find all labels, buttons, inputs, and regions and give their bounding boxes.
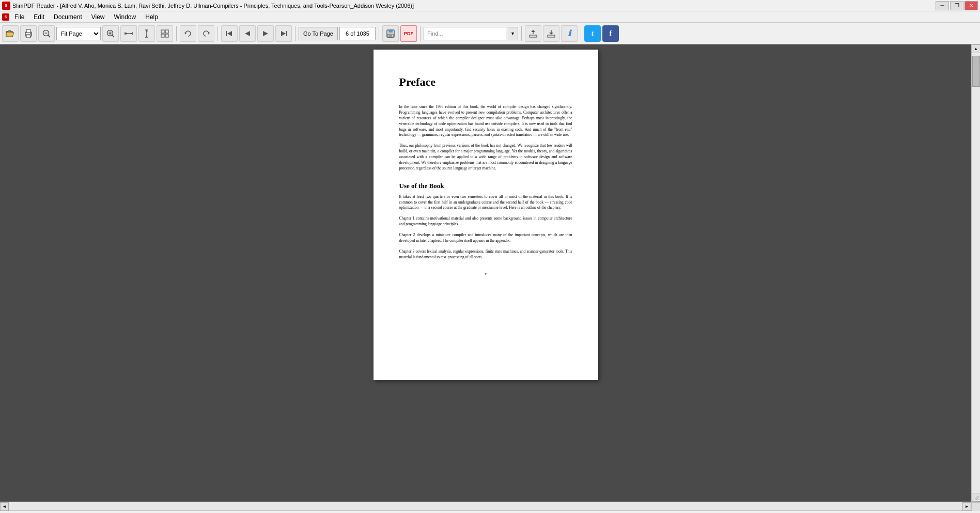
- rotate-left-icon: [183, 29, 193, 38]
- facebook-button[interactable]: f: [602, 25, 619, 42]
- separator-2: [217, 26, 218, 41]
- separator-1: [176, 26, 177, 41]
- paragraph-1: In the time since the 1986 edition of th…: [399, 104, 572, 138]
- svg-marker-43: [531, 30, 535, 32]
- download-icon: [547, 29, 556, 38]
- section-1-para-3: Chapter 2 develops a miniature compiler …: [399, 232, 572, 244]
- title-bar-controls: ─ ❐ ✕: [936, 1, 978, 10]
- pdf-button[interactable]: PDF: [400, 25, 417, 42]
- page-container: Preface In the time since the 1986 editi…: [0, 44, 971, 502]
- app-icon-small: S: [2, 13, 9, 21]
- first-page-button[interactable]: [221, 25, 238, 42]
- scroll-resize-handle[interactable]: [972, 493, 981, 502]
- prev-page-icon: [243, 29, 252, 38]
- menu-view[interactable]: View: [87, 12, 109, 22]
- menu-file[interactable]: File: [10, 12, 28, 22]
- scroll-thumb-vertical[interactable]: [972, 56, 980, 87]
- thumbnails-icon: [160, 29, 169, 38]
- page-title: Preface: [399, 75, 572, 89]
- svg-point-6: [30, 33, 31, 34]
- upload-button[interactable]: [525, 25, 541, 42]
- fit-height-icon: [142, 29, 151, 38]
- next-page-button[interactable]: [257, 25, 274, 42]
- svg-marker-35: [281, 31, 286, 36]
- svg-marker-46: [549, 33, 553, 35]
- rotate-right-button[interactable]: [198, 25, 214, 42]
- svg-rect-25: [165, 30, 168, 33]
- last-page-icon: [279, 29, 288, 38]
- rotate-left-button[interactable]: [180, 25, 196, 42]
- fit-width-icon: [124, 29, 133, 38]
- svg-rect-38: [388, 34, 393, 37]
- upload-icon: [528, 29, 538, 38]
- fit-page-select[interactable]: Fit Page Fit Width Fit Height Actual Siz…: [56, 27, 101, 40]
- print-button[interactable]: [20, 25, 37, 42]
- title-text: SlimPDF Reader - [Alfred V. Aho, Monica …: [12, 3, 414, 9]
- zoom-in-icon: [106, 29, 115, 38]
- scroll-corner: [971, 502, 980, 511]
- print-icon: [24, 29, 33, 38]
- svg-marker-33: [263, 31, 268, 36]
- menu-bar: S File Edit Document View Window Help: [0, 11, 980, 23]
- find-input[interactable]: [424, 27, 506, 40]
- section-1-para-4: Chapter 3 covers lexical analysis, regul…: [399, 249, 572, 260]
- svg-line-13: [112, 35, 114, 37]
- zoom-in-button[interactable]: [102, 25, 119, 42]
- zoom-out-button[interactable]: [38, 25, 55, 42]
- status-bar: Ready: [0, 510, 980, 513]
- separator-5: [420, 26, 421, 41]
- fit-height-button[interactable]: [138, 25, 155, 42]
- menu-help[interactable]: Help: [141, 12, 162, 22]
- open-icon: [6, 29, 15, 38]
- download-button[interactable]: [543, 25, 559, 42]
- zoom-out-icon: [42, 29, 51, 38]
- app-close-button[interactable]: ✕: [965, 1, 978, 10]
- title-bar-left: S SlimPDF Reader - [Alfred V. Aho, Monic…: [2, 2, 414, 10]
- scroll-right-button[interactable]: ►: [962, 502, 971, 511]
- separator-3: [295, 26, 295, 41]
- scroll-track-vertical[interactable]: [972, 53, 980, 493]
- main-area: Preface In the time since the 1986 editi…: [0, 44, 980, 502]
- scroll-up-button[interactable]: ▲: [972, 44, 981, 53]
- thumbnails-button[interactable]: [157, 25, 173, 42]
- horizontal-scrollbar: ◄ ►: [0, 502, 980, 510]
- toolbar: Fit Page Fit Width Fit Height Actual Siz…: [0, 23, 980, 44]
- rotate-right-icon: [201, 29, 211, 38]
- find-dropdown-button[interactable]: ▼: [508, 27, 518, 40]
- pdf-page: Preface In the time since the 1986 editi…: [374, 50, 598, 380]
- resize-icon: [973, 494, 979, 501]
- svg-line-49: [978, 499, 978, 500]
- page-number: v: [399, 271, 572, 276]
- scroll-left-button[interactable]: ◄: [0, 502, 9, 511]
- title-bar: S SlimPDF Reader - [Alfred V. Aho, Monic…: [0, 0, 980, 11]
- goto-page-button[interactable]: Go To Page: [299, 27, 338, 40]
- separator-6: [521, 26, 522, 41]
- prev-page-button[interactable]: [239, 25, 256, 42]
- svg-rect-24: [161, 30, 164, 33]
- info-button[interactable]: ℹ: [561, 25, 578, 42]
- menu-window[interactable]: Window: [110, 12, 141, 22]
- separator-4: [379, 26, 379, 41]
- svg-rect-2: [26, 29, 30, 33]
- svg-marker-31: [227, 31, 232, 36]
- save-icon: [386, 29, 395, 38]
- twitter-button[interactable]: t: [584, 25, 601, 42]
- app-restore-button[interactable]: ❐: [950, 1, 963, 10]
- svg-rect-44: [548, 35, 555, 37]
- first-page-icon: [225, 29, 234, 38]
- app-logo: S: [2, 2, 10, 10]
- scroll-track-horizontal[interactable]: [9, 502, 962, 510]
- vertical-scrollbar: ▲: [971, 44, 980, 502]
- svg-line-9: [48, 35, 50, 37]
- last-page-button[interactable]: [275, 25, 292, 42]
- open-button[interactable]: [2, 25, 19, 42]
- menu-edit[interactable]: Edit: [29, 12, 49, 22]
- next-page-icon: [261, 29, 270, 38]
- fit-width-button[interactable]: [120, 25, 137, 42]
- section-1-para-2: Chapter 1 contains motivational material…: [399, 216, 572, 227]
- app-minimize-button[interactable]: ─: [936, 1, 949, 10]
- section-1-para-1: It takes at least two quarters or even t…: [399, 194, 572, 211]
- page-number-input[interactable]: [339, 27, 376, 40]
- menu-document[interactable]: Document: [50, 12, 86, 22]
- save-button[interactable]: [382, 25, 399, 42]
